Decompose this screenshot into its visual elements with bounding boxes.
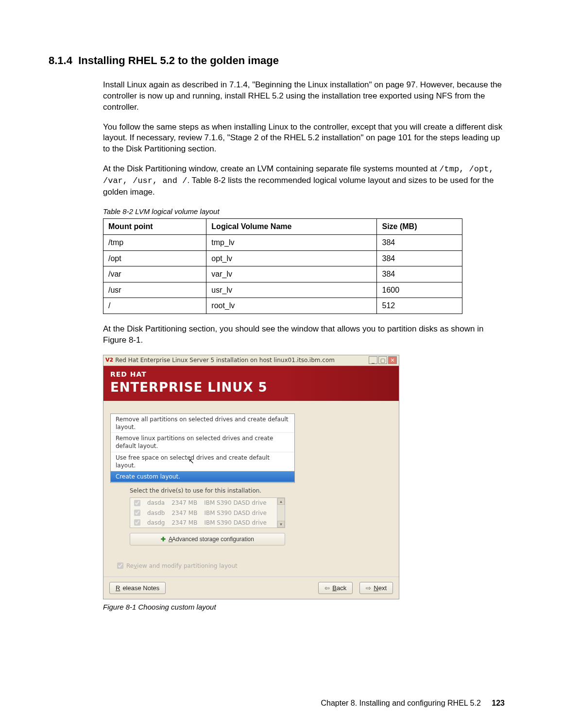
drive-list: dasda 2347 MB IBM S390 DASD drive dasdb … xyxy=(130,497,285,528)
figure-8-1: V2 Red Hat Enterprise Linux Server 5 ins… xyxy=(103,355,399,599)
table-row: /var var_lv 384 xyxy=(103,266,462,282)
table-header-row: Mount point Logical Volume Name Size (MB… xyxy=(103,219,462,235)
drive-row[interactable]: dasda 2347 MB IBM S390 DASD drive xyxy=(130,498,285,508)
lvm-table: Mount point Logical Volume Name Size (MB… xyxy=(103,218,462,314)
drive-checkbox[interactable] xyxy=(134,500,140,506)
section-heading: 8.1.4 Installing RHEL 5.2 to the golden … xyxy=(49,53,505,68)
banner-el5: ENTERPRISE LINUX 5 xyxy=(110,379,392,396)
close-button[interactable]: ✕ xyxy=(388,356,397,364)
section-title: Installing RHEL 5.2 to the golden image xyxy=(78,54,279,66)
table-row: /tmp tmp_lv 384 xyxy=(103,234,462,250)
banner-redhat: RED HAT xyxy=(110,370,392,379)
drive-row[interactable]: dasdg 2347 MB IBM S390 DASD drive xyxy=(130,518,285,528)
th-size: Size (MB) xyxy=(377,219,462,235)
arrow-right-icon xyxy=(366,584,371,592)
release-notes-button[interactable]: Release Notes xyxy=(109,582,166,594)
th-lvname: Logical Volume Name xyxy=(206,219,377,235)
section-number: 8.1.4 xyxy=(49,54,72,66)
review-partitioning-row[interactable]: Review and modify partitioning layout xyxy=(117,562,392,570)
paragraph-2: You follow the same steps as when instal… xyxy=(103,122,505,155)
table-row: /opt opt_lv 384 xyxy=(103,250,462,266)
table-row: / root_lv 512 xyxy=(103,298,462,314)
installer-window: V2 Red Hat Enterprise Linux Server 5 ins… xyxy=(103,355,399,599)
p3-a: At the Disk Partitioning window, create … xyxy=(103,164,439,173)
next-button[interactable]: Next xyxy=(359,582,393,594)
dropdown-option[interactable]: Remove linux partitions on selected driv… xyxy=(111,433,294,452)
dropdown-option[interactable]: Use free space on selected drives and cr… xyxy=(111,452,294,471)
review-checkbox[interactable] xyxy=(117,563,123,569)
installer-footer: Release Notes Back Next xyxy=(103,577,399,599)
drive-select-label: Select the drive(s) to use for this inst… xyxy=(130,487,392,495)
th-mount: Mount point xyxy=(103,219,206,235)
footer-chapter: Chapter 8. Installing and configuring RH… xyxy=(321,699,480,707)
drive-checkbox[interactable] xyxy=(134,510,140,516)
window-titlebar[interactable]: V2 Red Hat Enterprise Linux Server 5 ins… xyxy=(103,355,399,366)
window-title: Red Hat Enterprise Linux Server 5 instal… xyxy=(115,356,369,364)
partitioning-dropdown[interactable]: Remove all partitions on selected drives… xyxy=(110,414,295,483)
scroll-down-icon[interactable]: ▾ xyxy=(277,521,285,528)
figure-caption: Figure 8-1 Choosing custom layout xyxy=(103,602,505,612)
paragraph-4: At the Disk Partitioning section, you sh… xyxy=(103,324,505,346)
drive-checkbox[interactable] xyxy=(134,519,140,526)
back-button[interactable]: Back xyxy=(318,582,353,594)
maximize-button[interactable]: ▢ xyxy=(378,356,387,364)
footer-page-number: 123 xyxy=(492,699,505,707)
arrow-left-icon xyxy=(324,584,330,592)
drive-row[interactable]: dasdb 2347 MB IBM S390 DASD drive xyxy=(130,508,285,518)
advanced-storage-label: Advanced storage configuration xyxy=(172,536,254,543)
redhat-banner: RED HAT ENTERPRISE LINUX 5 xyxy=(103,366,399,401)
paragraph-3: At the Disk Partitioning window, create … xyxy=(103,164,505,198)
installer-body: Remove all partitions on selected drives… xyxy=(103,401,399,577)
vnc-prefix: V2 xyxy=(105,357,113,364)
review-label: Review and modify partitioning layout xyxy=(126,562,238,570)
minimize-button[interactable]: _ xyxy=(369,356,377,364)
page-footer: Chapter 8. Installing and configuring RH… xyxy=(321,698,505,709)
table-caption: Table 8-2 LVM logical volume layout xyxy=(103,207,505,216)
dropdown-option[interactable]: Remove all partitions on selected drives… xyxy=(111,414,294,433)
drive-list-scrollbar[interactable]: ▴ ▾ xyxy=(277,498,285,528)
table-row: /usr usr_lv 1600 xyxy=(103,282,462,298)
scroll-up-icon[interactable]: ▴ xyxy=(277,498,285,505)
paragraph-1: Install Linux again as described in 7.1.… xyxy=(103,80,505,113)
plus-icon: ✚ xyxy=(161,536,166,543)
advanced-storage-button[interactable]: ✚ AAdvanced storage configuration xyxy=(130,533,285,546)
dropdown-option-selected[interactable]: Create custom layout. xyxy=(111,471,294,482)
